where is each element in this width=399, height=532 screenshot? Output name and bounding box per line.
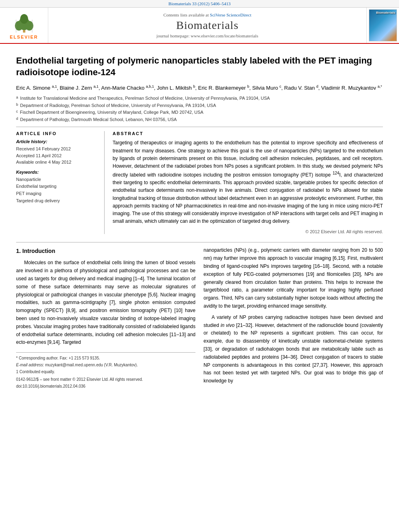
affiliation-d: d Department of Pathology, Dartmouth Med… [16,116,383,123]
intro-p1: Molecules on the surface of endothelial … [16,259,195,347]
journal-citation-bar: Biomaterials 33 (2012) 5406–5413 [0,0,399,8]
abstract-column: ABSTRACT Targeting of therapeutics or im… [113,131,383,234]
footnote-corresponding: * Corresponding author. Fax: +1 215 573 … [16,355,195,361]
article-title: Endothelial targeting of polymeric nanop… [16,55,383,78]
keywords-title: Keywords: [16,170,98,175]
journal-info-center: Contents lists available at SciVerse Sci… [48,8,367,43]
accepted-date: Accepted 11 April 2012 [16,152,98,159]
elsevier-logo-section: ELSEVIER [0,8,48,43]
header-divider [16,127,383,127]
journal-title: Biomaterials [176,19,239,32]
footnote-email: E-mail address: muzykant@mail.med.upenn.… [16,362,195,368]
copyright-notice: © 2012 Elsevier Ltd. All rights reserved… [113,229,383,234]
journal-citation: Biomaterials 33 (2012) 5406–5413 [169,1,230,6]
journal-homepage: journal homepage: www.elsevier.com/locat… [156,33,258,38]
keyword-4: Targeted drug delivery [16,197,98,205]
body-col-left: 1. Introduction Molecules on the surface… [16,246,195,390]
article-content: Endothelial targeting of polymeric nanop… [0,44,399,398]
footnote-contributed: 1 Contributed equally. [16,369,195,375]
body-col-right: nanoparticles (NPs) (e.g., polymeric car… [204,246,383,390]
abstract-label: ABSTRACT [113,131,383,136]
affiliation-b: b Department of Radiology, Perelman Scho… [16,102,383,109]
keyword-3: PET imaging [16,190,98,197]
abstract-paragraph: Targeting of therapeutics or imaging age… [113,139,383,225]
elsevier-tree-icon [10,12,38,34]
affiliation-a: a Institute for Translational Medicine a… [16,95,383,102]
article-info-label: ARTICLE INFO [16,131,98,136]
abstract-body: Targeting of therapeutics or imaging age… [113,139,383,225]
authors-line: Eric A. Simone a,1, Blaine J. Zern a,1, … [16,84,383,92]
keyword-1: Nanoparticle [16,176,98,183]
sciverse-text: Contents lists available at SciVerse Sci… [163,12,251,17]
svg-point-4 [20,14,28,24]
issn-line: 0142-9612/$ – see front matter © 2012 El… [16,376,195,383]
elsevier-wordmark: ELSEVIER [10,35,38,39]
keyword-2: Endothelial targeting [16,183,98,190]
affiliation-c: c Fischell Department of Bioengineering,… [16,109,383,116]
keywords-group: Keywords: Nanoparticle Endothelial targe… [16,170,98,204]
page-wrapper: Biomaterials 33 (2012) 5406–5413 ELSEVI [0,0,399,532]
body-right-p2: A variety of NP probes carrying radioact… [204,314,383,385]
article-history-group: Article history: Received 14 February 20… [16,139,98,166]
journal-header: ELSEVIER Contents lists available at Sci… [0,8,399,44]
article-history-title: Article history: [16,139,98,144]
available-date: Available online 4 May 2012 [16,159,98,166]
doi-line: doi:10.1016/j.biomaterials.2012.04.036 [16,383,195,390]
sciverse-link[interactable]: SciVerse ScienceDirect [210,12,251,17]
doi-section: 0142-9612/$ – see front matter © 2012 El… [16,376,195,390]
intro-heading: 1. Introduction [16,246,195,256]
received-date: Received 14 February 2012 [16,146,98,152]
body-two-col: 1. Introduction Molecules on the surface… [16,246,383,390]
elsevier-logo: ELSEVIER [10,12,38,39]
footnotes: * Corresponding author. Fax: +1 215 573 … [16,352,195,375]
article-info-column: ARTICLE INFO Article history: Received 1… [16,131,105,234]
body-right-p1: nanoparticles (NPs) (e.g., polymeric car… [204,246,383,310]
journal-cover-section: Biomaterials [367,8,399,43]
affiliations: a Institute for Translational Medicine a… [16,95,383,123]
journal-cover-image: Biomaterials [369,9,397,41]
cover-label: Biomaterials [376,11,395,14]
article-info-abstract-section: ARTICLE INFO Article history: Received 1… [16,131,383,234]
body-section: 1. Introduction Molecules on the surface… [16,242,383,390]
